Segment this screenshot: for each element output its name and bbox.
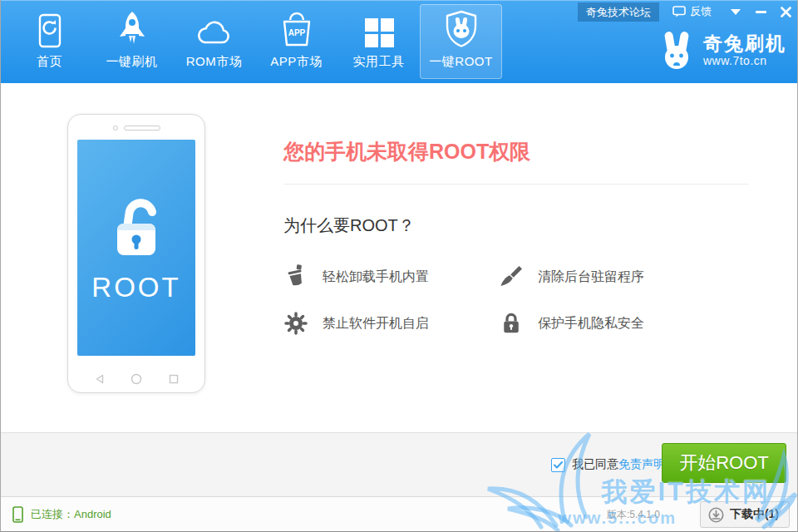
feature-label: 禁止软件开机自启 bbox=[323, 315, 429, 332]
recents-icon bbox=[169, 374, 179, 384]
why-root-heading: 为什么要ROOT？ bbox=[283, 214, 415, 237]
action-panel: 我已同意 免责声明 开始ROOT bbox=[1, 432, 797, 496]
gear-icon bbox=[283, 311, 308, 336]
feature-label: 保护手机隐私安全 bbox=[538, 315, 644, 332]
tools-grid-icon bbox=[363, 5, 395, 48]
uninstall-icon bbox=[283, 264, 308, 289]
download-icon bbox=[708, 507, 724, 523]
feature-label: 清除后台驻留程序 bbox=[538, 268, 644, 286]
feedback-button[interactable]: 反馈 bbox=[672, 4, 712, 19]
feature-label: 轻松卸载手机内置 bbox=[323, 268, 429, 286]
header-bar: 首页 一键刷机 bbox=[0, 0, 798, 83]
unlock-padlock-icon bbox=[101, 192, 172, 264]
close-icon bbox=[781, 7, 791, 17]
cloud-icon bbox=[195, 5, 234, 48]
page-title: 您的手机未取得ROOT权限 bbox=[283, 138, 530, 165]
back-icon bbox=[95, 374, 105, 384]
tab-label: APP市场 bbox=[270, 54, 323, 70]
divider bbox=[283, 184, 749, 185]
connection-label: 已连接：Android bbox=[31, 507, 111, 522]
tab-rom-market[interactable]: ROM市场 bbox=[173, 4, 255, 79]
phone-screen: ROOT bbox=[77, 140, 195, 356]
feature-privacy: 保护手机隐私安全 bbox=[499, 306, 748, 341]
lock-icon bbox=[499, 311, 524, 336]
agree-checkbox[interactable] bbox=[551, 458, 565, 472]
tab-label: 一键ROOT bbox=[429, 54, 492, 70]
tab-home[interactable]: 首页 bbox=[8, 4, 91, 79]
tab-flash[interactable]: 一键刷机 bbox=[91, 4, 173, 79]
start-root-button[interactable]: 开始ROOT bbox=[662, 443, 786, 483]
agree-label: 我已同意 bbox=[572, 457, 618, 472]
speech-bubble-icon bbox=[672, 6, 686, 17]
chevron-down-icon bbox=[731, 9, 741, 15]
version-label: 版本:5.4.1.0 bbox=[607, 508, 660, 522]
tab-label: ROM市场 bbox=[186, 54, 243, 70]
connected-phone-icon bbox=[12, 506, 23, 523]
minimize-button[interactable] bbox=[748, 2, 773, 22]
rocket-icon bbox=[116, 5, 149, 48]
screen-root-label: ROOT bbox=[91, 272, 180, 303]
titlebar-controls: 奇兔技术论坛 反馈 bbox=[578, 0, 798, 22]
main-content: ROOT 您的手机未取得ROOT权限 为什么要ROOT？ bbox=[1, 83, 797, 432]
download-manager-button[interactable]: 下载中(1) bbox=[700, 501, 790, 528]
tab-label: 首页 bbox=[37, 54, 62, 70]
feature-autostart: 禁止软件开机自启 bbox=[283, 306, 499, 341]
feature-uninstall: 轻松卸载手机内置 bbox=[283, 259, 499, 294]
connection-status: 已连接：Android bbox=[12, 497, 111, 531]
disclaimer-link[interactable]: 免责声明 bbox=[618, 457, 665, 472]
dropdown-menu-button[interactable] bbox=[723, 2, 748, 22]
app-bag-icon: APP bbox=[279, 5, 314, 48]
phone-earpiece bbox=[68, 126, 204, 131]
download-label: 下载中(1) bbox=[730, 507, 779, 522]
clean-brush-icon bbox=[499, 264, 524, 289]
tab-label: 一键刷机 bbox=[106, 54, 158, 70]
forum-button[interactable]: 奇兔技术论坛 bbox=[578, 2, 659, 22]
tab-tools[interactable]: 实用工具 bbox=[337, 4, 420, 79]
brand-site: www.7to.cn bbox=[703, 54, 786, 67]
feedback-label: 反馈 bbox=[690, 4, 712, 19]
tab-label: 实用工具 bbox=[353, 54, 405, 70]
feature-list: 轻松卸载手机内置 清除后台驻留程序 bbox=[283, 259, 748, 341]
agree-row: 我已同意 免责声明 bbox=[551, 457, 665, 472]
close-button[interactable] bbox=[773, 2, 798, 22]
home-circle-icon bbox=[131, 373, 142, 385]
main-nav: 首页 一键刷机 bbox=[8, 0, 502, 83]
app-bag-text: APP bbox=[288, 28, 305, 37]
feature-clean: 清除后台驻留程序 bbox=[499, 259, 748, 294]
tab-root[interactable]: 一键ROOT bbox=[420, 4, 502, 79]
check-icon bbox=[554, 461, 563, 469]
minimize-icon bbox=[756, 11, 766, 13]
tab-app-market[interactable]: APP APP市场 bbox=[255, 4, 337, 79]
status-bar: 已连接：Android 版本:5.4.1.0 下载中(1) bbox=[1, 496, 797, 531]
shield-rabbit-icon bbox=[444, 5, 479, 48]
brand-logo: 奇兔刷机 www.7to.cn bbox=[658, 30, 786, 70]
home-icon bbox=[35, 5, 65, 48]
app-window: 首页 一键刷机 bbox=[0, 0, 798, 532]
phone-illustration: ROOT bbox=[67, 114, 205, 393]
brand-name: 奇兔刷机 bbox=[703, 32, 786, 54]
phone-nav-bar bbox=[68, 373, 204, 385]
rabbit-logo-icon bbox=[658, 30, 696, 70]
